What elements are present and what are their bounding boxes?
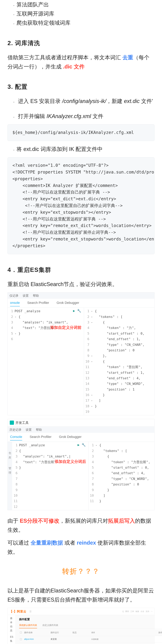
top-icons: Q 费用 工单 备案 企业 支持 ⋯ [122,610,152,613]
tab-custom-plugins[interactable]: 自定义插件列表 [42,623,58,628]
list-item: 爬虫获取特定领域词库 [14,18,154,27]
table-header: 插件名称 插件运行 状态 描述 操作 [19,629,162,636]
console-request-pane[interactable]: ▶ 🔧 添加自定义分词后 1POST _analyze2{3 "analyzer… [12,442,89,510]
list-item: 将 ext.dic 词库添加到 IK 配置文件中 [14,144,154,154]
console-response-pane: 1- {2- "tokens" : [3- {4 "token" : "力",5… [84,308,154,415]
para-segment-immutable: 由于 ES分段不可修改，新拓展的词库只对拓展后写入的数据生效。 [8,516,154,534]
annotation-before: 添加自定义分词前 [50,324,82,331]
sidebar-item[interactable]: 基本信息 [8,615,16,634]
annotation-after: 添加自定义分词后 [55,458,86,465]
para-reindex: 可以通过 全量重刷数据 或者 reindex 使新词库数据全部生效。 [8,538,154,556]
run-icon[interactable]: ▶ 🔧 [77,442,86,448]
code-block-config-path: ${es_home}/config/analysis-ik/IKAnalyzer… [8,124,154,141]
kibana-screenshot-after: 开发工具 历史记录设置帮助 Console Search Profiler Gr… [8,419,154,510]
code-block-xml-config: <?xml version="1.0" encoding="UTF-8"?> <… [8,157,154,254]
list-item: 进入 ES 安装目录 /config/analysis-ik/，新建 ext.d… [14,96,154,106]
tab-console[interactable]: onsole [10,300,20,306]
history-bar: 历史记录设置帮助 [8,426,154,433]
aliyun-console-screenshot: 【-】阿里云 ☰ Q 费用 工单 备案 企业 支持 ⋯ 基本信息ES集群配置插件… [8,608,154,644]
sidebar-item[interactable]: ES集群配置 [8,634,16,644]
section-2-title: 2. 词库清洗 [8,38,154,48]
aliyun-logo: 【-】阿里云 [10,609,26,614]
list-item: 互联网开源词库 [14,9,154,18]
run-icon[interactable]: ▶ 🔧 [73,308,81,314]
tab-search-profiler[interactable]: Search Profiler [27,300,49,306]
tab-search-profiler[interactable]: Search Profiler [30,434,52,440]
tab-grok-debugger[interactable]: Grok Debugger [57,300,79,306]
section-3-title: 3. 配置 [8,82,154,92]
table-row: aliyun-knn未安装向量检索 [19,636,162,643]
kibana-tabs: Console Search Profiler Grok Debugger [8,433,154,442]
plugin-name[interactable]: aliyun-knn [24,638,48,641]
kibana-side-nav: 仓库 管理 [8,442,12,510]
intro-list: 算法团队产出 互联网开源词库 爬虫获取特定领域词库 [8,0,154,28]
tab-console[interactable]: Console [10,434,22,440]
list-item: 算法团队产出 [14,0,154,9]
history-bar: 仅记录设置帮助 [8,292,154,299]
section-4-para: 重新启动 ElasticSearch节点，验证分词效果。 [8,280,154,289]
section-2-para: 借助第三方工具或者通过程序脚本，将文本词汇 去重（每个分词占一行），并生成 .d… [8,53,154,71]
section-4-title: 4．重启ES集群 [8,265,154,275]
plugin-config-heading: 插件配置 [19,617,162,622]
para-aliyun: 以上是基于自建的ElasticSearch服务器，如果你买的是阿里云ES服务，只… [8,586,154,604]
console-response-pane: 1- {2 "tokens" : [3 {4 "token" : "力普拉斯",… [89,442,154,510]
cloud-side-nav: 基本信息ES集群配置插件配置集群监控日志查询安全配置数据备份可视化控制智能运维 [8,615,16,644]
kibana-screenshot-before: 仅记录设置帮助 onsole Search Profiler Grok Debu… [8,292,154,415]
twist-heading: 转折？？？ [8,566,154,577]
cloud-tabs: 系统默认插件列表 自定义插件列表 [19,623,162,628]
dev-tools-title: 开发工具 [16,420,29,426]
checkbox[interactable] [20,638,22,640]
list-item: 打开并编辑 IKAnalyzer.cfg.xml 文件 [14,112,154,121]
table-row: aliyun-qos系统内置集群限流与资源治理插件 [19,643,162,644]
kibana-icon [10,420,14,425]
tab-system-plugins[interactable]: 系统默认插件列表 [19,623,37,628]
tab-grok-debugger[interactable]: Grok Debugger [59,434,82,440]
kibana-tabs: onsole Search Profiler Grok Debugger [8,299,154,308]
console-request-pane[interactable]: ▶ 🔧 添加自定义分词前 1POST _analyze2- {3 "analyz… [8,308,84,415]
